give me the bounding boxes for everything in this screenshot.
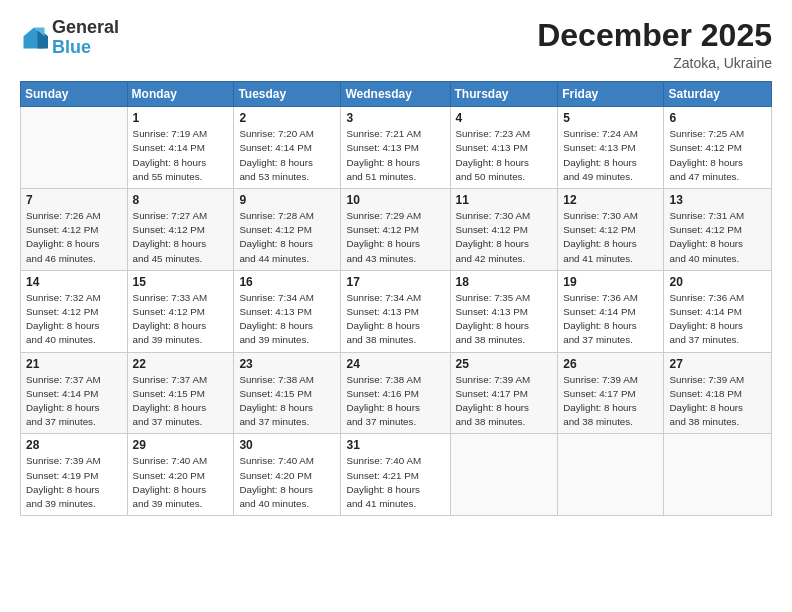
table-row: 2Sunrise: 7:20 AMSunset: 4:14 PMDaylight… xyxy=(234,107,341,189)
table-row: 5Sunrise: 7:24 AMSunset: 4:13 PMDaylight… xyxy=(558,107,664,189)
table-row: 19Sunrise: 7:36 AMSunset: 4:14 PMDayligh… xyxy=(558,270,664,352)
day-info: Sunrise: 7:39 AMSunset: 4:17 PMDaylight:… xyxy=(563,373,658,430)
logo-blue-text: Blue xyxy=(52,38,119,58)
table-row: 11Sunrise: 7:30 AMSunset: 4:12 PMDayligh… xyxy=(450,189,558,271)
table-row: 16Sunrise: 7:34 AMSunset: 4:13 PMDayligh… xyxy=(234,270,341,352)
calendar-week-row: 1Sunrise: 7:19 AMSunset: 4:14 PMDaylight… xyxy=(21,107,772,189)
table-row: 26Sunrise: 7:39 AMSunset: 4:17 PMDayligh… xyxy=(558,352,664,434)
day-info: Sunrise: 7:38 AMSunset: 4:16 PMDaylight:… xyxy=(346,373,444,430)
col-tuesday: Tuesday xyxy=(234,82,341,107)
day-info: Sunrise: 7:38 AMSunset: 4:15 PMDaylight:… xyxy=(239,373,335,430)
day-info: Sunrise: 7:31 AMSunset: 4:12 PMDaylight:… xyxy=(669,209,766,266)
day-number: 28 xyxy=(26,438,122,452)
day-number: 24 xyxy=(346,357,444,371)
table-row xyxy=(558,434,664,516)
day-info: Sunrise: 7:28 AMSunset: 4:12 PMDaylight:… xyxy=(239,209,335,266)
calendar-header-row: Sunday Monday Tuesday Wednesday Thursday… xyxy=(21,82,772,107)
day-number: 3 xyxy=(346,111,444,125)
logo: General Blue xyxy=(20,18,119,58)
day-number: 31 xyxy=(346,438,444,452)
location: Zatoka, Ukraine xyxy=(537,55,772,71)
day-info: Sunrise: 7:34 AMSunset: 4:13 PMDaylight:… xyxy=(346,291,444,348)
logo-text: General Blue xyxy=(52,18,119,58)
day-info: Sunrise: 7:33 AMSunset: 4:12 PMDaylight:… xyxy=(133,291,229,348)
table-row xyxy=(21,107,128,189)
table-row: 24Sunrise: 7:38 AMSunset: 4:16 PMDayligh… xyxy=(341,352,450,434)
table-row: 8Sunrise: 7:27 AMSunset: 4:12 PMDaylight… xyxy=(127,189,234,271)
day-number: 14 xyxy=(26,275,122,289)
calendar-table: Sunday Monday Tuesday Wednesday Thursday… xyxy=(20,81,772,516)
header: General Blue December 2025 Zatoka, Ukrai… xyxy=(20,18,772,71)
calendar-week-row: 14Sunrise: 7:32 AMSunset: 4:12 PMDayligh… xyxy=(21,270,772,352)
day-info: Sunrise: 7:36 AMSunset: 4:14 PMDaylight:… xyxy=(669,291,766,348)
table-row: 14Sunrise: 7:32 AMSunset: 4:12 PMDayligh… xyxy=(21,270,128,352)
day-number: 20 xyxy=(669,275,766,289)
logo-general-text: General xyxy=(52,18,119,38)
day-number: 29 xyxy=(133,438,229,452)
table-row: 7Sunrise: 7:26 AMSunset: 4:12 PMDaylight… xyxy=(21,189,128,271)
table-row: 10Sunrise: 7:29 AMSunset: 4:12 PMDayligh… xyxy=(341,189,450,271)
day-number: 22 xyxy=(133,357,229,371)
day-number: 26 xyxy=(563,357,658,371)
table-row: 23Sunrise: 7:38 AMSunset: 4:15 PMDayligh… xyxy=(234,352,341,434)
day-info: Sunrise: 7:40 AMSunset: 4:20 PMDaylight:… xyxy=(133,454,229,511)
col-saturday: Saturday xyxy=(664,82,772,107)
day-number: 27 xyxy=(669,357,766,371)
day-info: Sunrise: 7:39 AMSunset: 4:18 PMDaylight:… xyxy=(669,373,766,430)
calendar-week-row: 7Sunrise: 7:26 AMSunset: 4:12 PMDaylight… xyxy=(21,189,772,271)
day-info: Sunrise: 7:40 AMSunset: 4:21 PMDaylight:… xyxy=(346,454,444,511)
table-row: 6Sunrise: 7:25 AMSunset: 4:12 PMDaylight… xyxy=(664,107,772,189)
table-row: 17Sunrise: 7:34 AMSunset: 4:13 PMDayligh… xyxy=(341,270,450,352)
table-row: 25Sunrise: 7:39 AMSunset: 4:17 PMDayligh… xyxy=(450,352,558,434)
table-row xyxy=(450,434,558,516)
day-number: 9 xyxy=(239,193,335,207)
day-info: Sunrise: 7:29 AMSunset: 4:12 PMDaylight:… xyxy=(346,209,444,266)
col-thursday: Thursday xyxy=(450,82,558,107)
table-row: 21Sunrise: 7:37 AMSunset: 4:14 PMDayligh… xyxy=(21,352,128,434)
day-info: Sunrise: 7:24 AMSunset: 4:13 PMDaylight:… xyxy=(563,127,658,184)
day-info: Sunrise: 7:30 AMSunset: 4:12 PMDaylight:… xyxy=(563,209,658,266)
day-number: 17 xyxy=(346,275,444,289)
day-info: Sunrise: 7:23 AMSunset: 4:13 PMDaylight:… xyxy=(456,127,553,184)
logo-icon xyxy=(20,24,48,52)
day-number: 7 xyxy=(26,193,122,207)
table-row: 12Sunrise: 7:30 AMSunset: 4:12 PMDayligh… xyxy=(558,189,664,271)
day-info: Sunrise: 7:25 AMSunset: 4:12 PMDaylight:… xyxy=(669,127,766,184)
table-row: 3Sunrise: 7:21 AMSunset: 4:13 PMDaylight… xyxy=(341,107,450,189)
day-number: 21 xyxy=(26,357,122,371)
day-info: Sunrise: 7:40 AMSunset: 4:20 PMDaylight:… xyxy=(239,454,335,511)
table-row: 22Sunrise: 7:37 AMSunset: 4:15 PMDayligh… xyxy=(127,352,234,434)
table-row: 20Sunrise: 7:36 AMSunset: 4:14 PMDayligh… xyxy=(664,270,772,352)
col-friday: Friday xyxy=(558,82,664,107)
day-number: 13 xyxy=(669,193,766,207)
day-info: Sunrise: 7:27 AMSunset: 4:12 PMDaylight:… xyxy=(133,209,229,266)
table-row: 4Sunrise: 7:23 AMSunset: 4:13 PMDaylight… xyxy=(450,107,558,189)
calendar-week-row: 28Sunrise: 7:39 AMSunset: 4:19 PMDayligh… xyxy=(21,434,772,516)
table-row: 30Sunrise: 7:40 AMSunset: 4:20 PMDayligh… xyxy=(234,434,341,516)
day-info: Sunrise: 7:34 AMSunset: 4:13 PMDaylight:… xyxy=(239,291,335,348)
day-number: 19 xyxy=(563,275,658,289)
day-number: 11 xyxy=(456,193,553,207)
month-title: December 2025 xyxy=(537,18,772,53)
day-info: Sunrise: 7:26 AMSunset: 4:12 PMDaylight:… xyxy=(26,209,122,266)
table-row: 28Sunrise: 7:39 AMSunset: 4:19 PMDayligh… xyxy=(21,434,128,516)
day-info: Sunrise: 7:35 AMSunset: 4:13 PMDaylight:… xyxy=(456,291,553,348)
day-info: Sunrise: 7:37 AMSunset: 4:15 PMDaylight:… xyxy=(133,373,229,430)
day-info: Sunrise: 7:39 AMSunset: 4:19 PMDaylight:… xyxy=(26,454,122,511)
day-number: 1 xyxy=(133,111,229,125)
day-number: 23 xyxy=(239,357,335,371)
table-row: 13Sunrise: 7:31 AMSunset: 4:12 PMDayligh… xyxy=(664,189,772,271)
col-wednesday: Wednesday xyxy=(341,82,450,107)
calendar-week-row: 21Sunrise: 7:37 AMSunset: 4:14 PMDayligh… xyxy=(21,352,772,434)
title-block: December 2025 Zatoka, Ukraine xyxy=(537,18,772,71)
day-number: 15 xyxy=(133,275,229,289)
day-number: 10 xyxy=(346,193,444,207)
table-row: 9Sunrise: 7:28 AMSunset: 4:12 PMDaylight… xyxy=(234,189,341,271)
table-row: 1Sunrise: 7:19 AMSunset: 4:14 PMDaylight… xyxy=(127,107,234,189)
page: General Blue December 2025 Zatoka, Ukrai… xyxy=(0,0,792,612)
col-sunday: Sunday xyxy=(21,82,128,107)
table-row xyxy=(664,434,772,516)
table-row: 27Sunrise: 7:39 AMSunset: 4:18 PMDayligh… xyxy=(664,352,772,434)
day-info: Sunrise: 7:32 AMSunset: 4:12 PMDaylight:… xyxy=(26,291,122,348)
table-row: 31Sunrise: 7:40 AMSunset: 4:21 PMDayligh… xyxy=(341,434,450,516)
